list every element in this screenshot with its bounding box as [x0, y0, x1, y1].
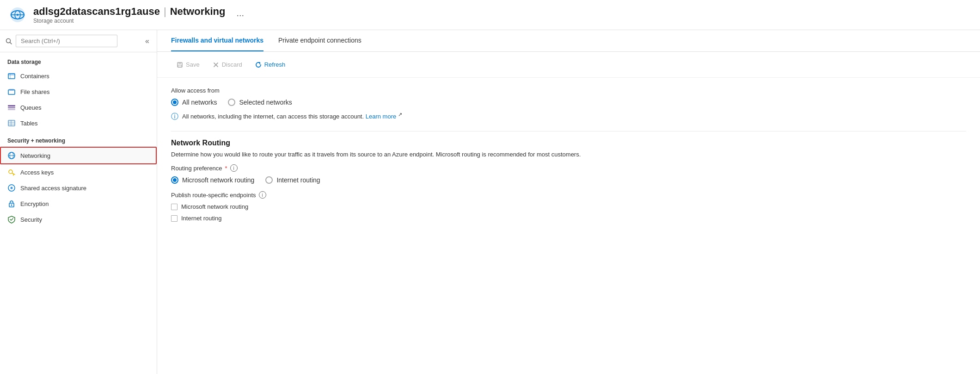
tables-label: Tables	[20, 120, 38, 127]
encryption-icon	[7, 199, 16, 208]
all-networks-radio[interactable]: All networks	[171, 99, 217, 106]
more-options-button[interactable]: ···	[233, 8, 248, 22]
section-divider	[171, 131, 966, 131]
selected-networks-radio-indicator	[228, 99, 235, 106]
routing-preference-label: Routing preference * i	[171, 164, 966, 172]
svg-line-6	[10, 42, 12, 44]
routing-radio-group: Microsoft network routing Internet routi…	[171, 176, 966, 184]
microsoft-routing-radio[interactable]: Microsoft network routing	[171, 176, 254, 184]
info-message: ⓘ All networks, including the internet, …	[171, 112, 966, 122]
sidebar-content: Data storage Containers File shares Queu…	[0, 52, 157, 374]
main-layout: « Data storage Containers File shares	[0, 30, 980, 374]
all-networks-radio-indicator	[171, 99, 178, 106]
discard-button[interactable]: Discard	[207, 58, 248, 71]
resource-subtitle: Storage account	[33, 18, 225, 24]
save-icon	[177, 62, 183, 68]
networking-icon	[7, 151, 16, 160]
svg-point-29	[11, 205, 12, 206]
sidebar-item-encryption[interactable]: Encryption	[0, 196, 157, 212]
sidebar-search-container: «	[0, 30, 157, 52]
svg-rect-11	[9, 89, 14, 91]
publish-internet-routing-label: Internet routing	[181, 215, 221, 222]
publish-internet-routing-checkbox-box	[171, 215, 178, 222]
learn-more-link[interactable]: Learn more	[366, 113, 396, 120]
content-area: Firewalls and virtual networks Private e…	[157, 30, 980, 374]
search-icon	[6, 38, 12, 44]
microsoft-routing-radio-indicator	[171, 176, 178, 184]
internet-routing-radio-indicator	[265, 176, 273, 184]
encryption-label: Encryption	[20, 200, 49, 207]
internet-routing-radio-label: Internet routing	[276, 176, 320, 184]
sidebar-item-security[interactable]: Security	[0, 212, 157, 227]
page-name-label: Networking	[170, 6, 226, 18]
selected-networks-radio-label: Selected networks	[239, 99, 292, 106]
search-input[interactable]	[16, 35, 117, 47]
containers-icon	[7, 72, 16, 80]
microsoft-routing-radio-label: Microsoft network routing	[182, 176, 254, 184]
publish-internet-routing-checkbox[interactable]: Internet routing	[171, 215, 966, 222]
form-section: Allow access from All networks Selected …	[157, 78, 980, 240]
publish-microsoft-routing-checkbox-box	[171, 204, 178, 210]
sidebar-item-containers[interactable]: Containers	[0, 68, 157, 84]
network-routing-desc: Determine how you would like to route yo…	[171, 151, 966, 158]
page-title: adlsg2datascans1rg1ause | Networking	[33, 6, 225, 18]
tab-private-endpoints[interactable]: Private endpoint connections	[278, 30, 361, 51]
svg-point-27	[11, 187, 12, 189]
sidebar-item-networking[interactable]: Networking	[0, 147, 157, 164]
allow-access-group: Allow access from All networks Selected …	[171, 87, 966, 122]
access-keys-label: Access keys	[20, 169, 54, 176]
header: adlsg2datascans1rg1ause | Networking Sto…	[0, 0, 980, 30]
toolbar: Save Discard Refresh	[157, 52, 980, 78]
queues-label: Queues	[20, 104, 42, 111]
fileshares-icon	[7, 87, 16, 96]
sidebar-item-shared-access-signature[interactable]: Shared access signature	[0, 180, 157, 196]
resource-icon	[9, 6, 26, 23]
security-label: Security	[20, 216, 42, 223]
tab-firewalls[interactable]: Firewalls and virtual networks	[171, 30, 263, 51]
sidebar-item-tables[interactable]: Tables	[0, 115, 157, 131]
all-networks-radio-label: All networks	[182, 99, 217, 106]
access-radio-group: All networks Selected networks	[171, 99, 966, 106]
resource-name: adlsg2datascans1rg1ause	[33, 6, 160, 18]
sidebar-collapse-button[interactable]: «	[143, 35, 151, 47]
internet-routing-radio[interactable]: Internet routing	[265, 176, 320, 184]
svg-rect-8	[8, 74, 15, 75]
publish-checkboxes: Microsoft network routing Internet routi…	[171, 203, 966, 222]
save-button[interactable]: Save	[171, 58, 205, 71]
info-text: All networks, including the internet, ca…	[182, 112, 402, 120]
sidebar-item-file-shares[interactable]: File shares	[0, 84, 157, 100]
sidebar-section-security-networking: Security + networking	[0, 131, 157, 147]
required-indicator: *	[225, 165, 227, 172]
network-routing-title: Network Routing	[171, 139, 966, 147]
shared-access-icon	[7, 184, 16, 192]
networking-label: Networking	[20, 152, 50, 159]
network-routing-group: Network Routing Determine how you would …	[171, 139, 966, 222]
file-shares-label: File shares	[20, 88, 50, 95]
sidebar-section-data-storage: Data storage	[0, 52, 157, 68]
tables-icon	[7, 119, 16, 127]
containers-label: Containers	[20, 73, 49, 80]
svg-rect-13	[8, 107, 15, 108]
discard-label: Discard	[222, 61, 242, 68]
svg-point-4	[17, 14, 18, 16]
allow-access-label: Allow access from	[171, 87, 966, 94]
tab-bar: Firewalls and virtual networks Private e…	[157, 30, 980, 52]
refresh-button[interactable]: Refresh	[250, 58, 291, 71]
publish-microsoft-routing-checkbox[interactable]: Microsoft network routing	[171, 203, 966, 210]
queues-icon	[7, 103, 16, 112]
svg-rect-31	[178, 62, 181, 64]
sidebar-item-queues[interactable]: Queues	[0, 100, 157, 115]
svg-rect-14	[8, 109, 15, 110]
sidebar: « Data storage Containers File shares	[0, 30, 157, 374]
publish-microsoft-routing-label: Microsoft network routing	[181, 203, 248, 210]
publish-info-icon[interactable]: i	[259, 191, 266, 199]
refresh-label: Refresh	[264, 61, 286, 68]
publish-endpoints-label: Publish route-specific endpoints i	[171, 191, 966, 199]
svg-rect-15	[8, 120, 15, 126]
selected-networks-radio[interactable]: Selected networks	[228, 99, 292, 106]
sidebar-item-access-keys[interactable]: Access keys	[0, 164, 157, 180]
info-icon: ⓘ	[171, 112, 178, 122]
discard-icon	[213, 62, 219, 68]
refresh-icon	[255, 62, 262, 68]
routing-info-icon[interactable]: i	[230, 164, 238, 172]
